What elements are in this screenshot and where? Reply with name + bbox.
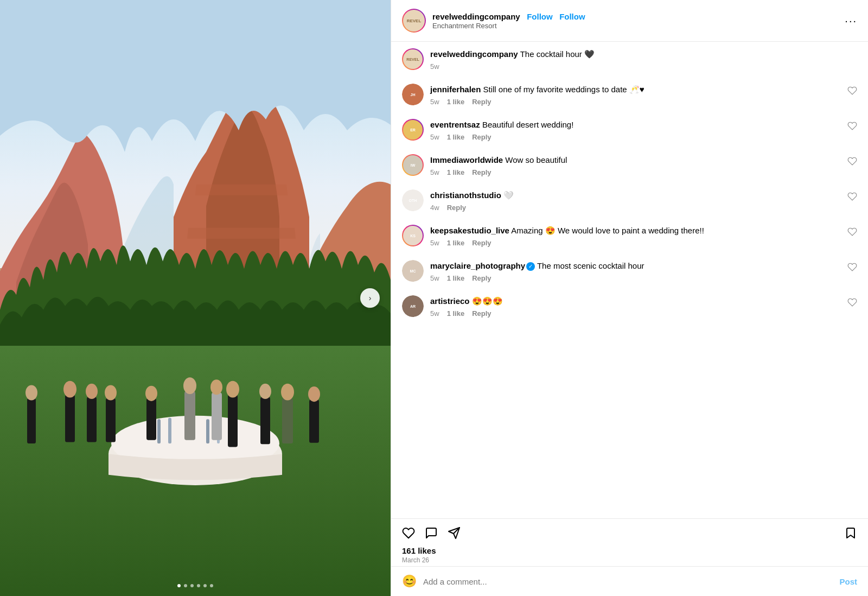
actions-bar [391,518,868,545]
like-button[interactable] [402,527,415,540]
reply-button[interactable]: Reply [472,309,491,318]
likes-section: 161 likes March 26 [391,545,868,566]
svg-point-20 [145,386,157,401]
heart-outline-icon [847,192,857,201]
svg-point-22 [63,381,76,398]
comment-item-0: JH jenniferhalen Still one of my favorit… [391,77,868,112]
caption-avatar[interactable]: REVEL [402,48,424,70]
heart-outline-icon [847,86,857,96]
dot-6[interactable] [210,584,213,587]
comment-username-5[interactable]: maryclaire_photography [430,261,525,270]
comment-avatar-5[interactable]: MC [402,260,424,282]
header-avatar[interactable]: REVEL [402,9,426,33]
comment-avatar-1[interactable]: ER [402,119,424,141]
comments-list: REVEL revelweddingcompany The cocktail h… [391,42,868,518]
reply-button[interactable]: Reply [447,204,466,212]
dot-5[interactable] [203,584,207,587]
comment-body-6: artistrieco 😍😍😍 5w 1 like Reply [430,295,857,318]
comment-body-1: eventrentsaz Beautiful desert wedding! 5… [430,119,857,141]
comment-input[interactable] [423,577,833,586]
heart-outline-icon [847,262,857,272]
comment-button[interactable] [425,527,438,540]
post-comment-button[interactable]: Post [839,577,857,586]
svg-point-36 [25,385,37,401]
svg-point-24 [86,384,98,399]
likes-count[interactable]: 161 likes [402,546,857,555]
comment-likes: 1 like [447,274,465,282]
header-location: Enchantment Resort [432,22,838,30]
carousel-dots [177,584,213,587]
follow-button[interactable]: Follow [527,12,553,21]
follow-label[interactable]: Follow [559,12,585,21]
reply-button[interactable]: Reply [472,98,491,106]
comment-like-4[interactable] [847,227,857,239]
verified-badge: ✓ [526,262,535,271]
comment-avatar-0[interactable]: JH [402,84,424,105]
svg-point-42 [210,379,222,395]
reply-button[interactable]: Reply [472,168,491,176]
reply-button[interactable]: Reply [472,133,491,141]
comment-body-0: jenniferhalen Still one of my favorite w… [430,84,857,106]
reply-button[interactable]: Reply [472,239,491,247]
comment-avatar-2[interactable]: IW [402,154,424,176]
caption-username[interactable]: revelweddingcompany [430,49,518,59]
heart-outline-icon [847,227,857,237]
heart-icon [402,527,415,540]
svg-point-30 [259,384,271,399]
comment-meta-2: 5w 1 like Reply [430,168,857,176]
svg-rect-41 [212,393,222,440]
comment-username-0[interactable]: jenniferhalen [430,85,481,94]
add-comment-bar: 😊 Post [391,566,868,596]
comment-like-1[interactable] [847,121,857,133]
comment-username-2[interactable]: Immediaworldwide [430,155,503,164]
dot-2[interactable] [184,584,187,587]
comment-username-6[interactable]: artistrieco [430,296,470,306]
svg-rect-39 [206,419,209,443]
more-options-button[interactable]: ··· [845,15,857,27]
comment-avatar-6[interactable]: AR [402,295,424,317]
svg-rect-35 [27,398,36,443]
photo-panel: › [0,0,391,596]
next-arrow[interactable]: › [360,288,380,308]
comment-icon [425,527,438,540]
svg-rect-19 [146,398,156,440]
comment-like-0[interactable] [847,86,857,98]
comment-likes: 1 like [447,239,465,247]
emoji-button[interactable]: 😊 [402,574,417,588]
bookmark-button[interactable] [844,527,857,540]
comment-meta-0: 5w 1 like Reply [430,98,857,106]
header-username[interactable]: revelweddingcompany [432,12,520,21]
comment-meta-1: 5w 1 like Reply [430,133,857,141]
reply-button[interactable]: Reply [472,274,491,282]
comment-avatar-3[interactable]: OTH [402,189,424,211]
comment-item-3: OTH christianothstudio 🤍 4w Reply [391,183,868,218]
comment-meta-4: 5w 1 like Reply [430,239,857,247]
comment-username-1[interactable]: eventrentsaz [430,120,480,129]
comment-time: 5w [430,239,439,247]
comment-like-6[interactable] [847,297,857,309]
dot-3[interactable] [190,584,194,587]
comment-time: 5w [430,309,439,318]
svg-point-18 [183,377,196,394]
comment-item-2: IW Immediaworldwide Wow so beautiful 5w … [391,148,868,183]
share-button[interactable] [448,527,461,540]
caption-body: revelweddingcompany The cocktail hour 🖤 … [430,48,857,71]
comment-body-3: christianothstudio 🤍 4w Reply [430,189,857,212]
svg-rect-33 [309,400,319,442]
comment-like-5[interactable] [847,262,857,274]
comment-username-3[interactable]: christianothstudio [430,191,501,200]
dot-4[interactable] [197,584,200,587]
comment-avatar-4[interactable]: KS [402,225,424,246]
send-icon [448,527,461,540]
svg-rect-25 [106,398,116,442]
comments-container: JH jenniferhalen Still one of my favorit… [391,77,868,324]
dot-1[interactable] [177,584,181,587]
comment-time: 5w [430,168,439,176]
comment-like-2[interactable] [847,156,857,168]
comment-item-4: KS keepsakestudio_live Amazing 😍 We woul… [391,218,868,253]
comment-like-3[interactable] [847,192,857,204]
svg-point-28 [226,381,239,398]
heart-outline-icon [847,156,857,166]
comment-username-4[interactable]: keepsakestudio_live [430,226,509,235]
svg-rect-23 [87,397,97,442]
